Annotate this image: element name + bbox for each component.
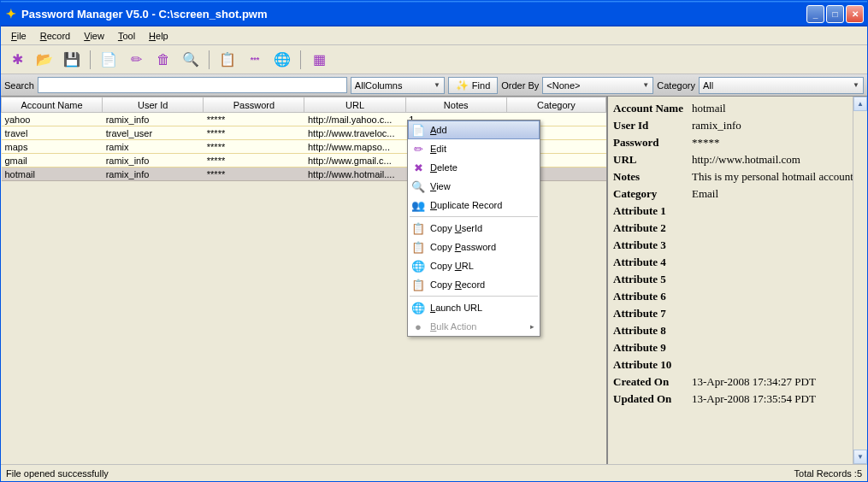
app-icon: ✦ (4, 7, 18, 21)
grid-icon[interactable]: ▦ (310, 50, 328, 69)
find-button[interactable]: ✨Find (448, 77, 498, 94)
menu-item-label: Copy Record (430, 279, 485, 290)
detail-label: Updated On (613, 392, 692, 406)
menu-help[interactable]: Help (142, 29, 175, 43)
record-count: Total Records :5 (794, 468, 862, 479)
menu-item-label: Copy URL (430, 261, 474, 271)
detail-value (692, 290, 862, 303)
menu-tool[interactable]: Tool (111, 29, 142, 43)
context-menu-copy-password[interactable]: 📋Copy Password (408, 238, 540, 256)
column-filter-combo[interactable]: AllColumns (351, 77, 445, 94)
column-header[interactable]: URL (304, 97, 405, 113)
context-menu-view[interactable]: 🔍View (408, 177, 540, 196)
detail-value (692, 256, 862, 269)
menu-item-label: Bulk Action (430, 321, 476, 332)
menu-item-label: Copy UserId (430, 223, 482, 233)
table-cell: yahoo (2, 113, 103, 126)
table-cell: ***** (204, 168, 304, 181)
detail-row: Attribute 7 (613, 305, 862, 322)
scroll-down-button[interactable]: ▼ (853, 450, 867, 464)
minimize-button[interactable]: _ (806, 5, 824, 23)
launch-url-icon: 🌐 (411, 301, 425, 314)
detail-row: Account Namehotmail (613, 100, 862, 117)
detail-row: Created On13-Apr-2008 17:34:27 PDT (613, 373, 862, 391)
detail-label: Attribute 4 (613, 256, 692, 269)
open-file-icon[interactable]: 📂 (35, 50, 54, 69)
scroll-up-button[interactable]: ▲ (853, 97, 867, 111)
context-menu-edit[interactable]: ✏Edit (408, 139, 540, 158)
new-file-icon[interactable]: ✱ (8, 50, 27, 69)
detail-label: Attribute 9 (613, 341, 692, 355)
detail-label: Created On (613, 375, 692, 389)
copy-icon[interactable]: 📋 (218, 50, 237, 69)
details-panel: Account NamehotmailUser Idramix_infoPass… (606, 97, 867, 464)
detail-row: Attribute 9 (613, 339, 862, 356)
duplicate-icon: 👥 (411, 198, 425, 212)
detail-row: Attribute 10 (613, 356, 862, 373)
detail-row: Attribute 8 (613, 322, 862, 339)
context-menu-duplicate-record[interactable]: 👥Duplicate Record (408, 196, 540, 215)
column-header[interactable]: User Id (103, 97, 204, 113)
password-icon[interactable]: *** (245, 50, 264, 69)
table-cell: ***** (204, 113, 304, 126)
table-cell: http://www.traveloc... (304, 126, 405, 140)
edit-record-icon[interactable]: ✏ (127, 50, 145, 69)
context-menu-launch-url[interactable]: 🌐Launch URL (408, 298, 540, 317)
toolbar-separator (209, 50, 210, 69)
table-cell: ***** (204, 140, 304, 154)
bulk-action-icon: ● (411, 320, 425, 333)
category-label: Category (657, 80, 695, 91)
column-header[interactable]: Category (506, 97, 605, 113)
close-button[interactable]: ✕ (846, 5, 864, 23)
column-header[interactable]: Password (204, 97, 304, 113)
detail-row: NotesThis is my personal hotmail account… (613, 168, 862, 185)
column-header[interactable]: Account Name (2, 97, 103, 113)
titlebar[interactable]: ✦ Password Manager V5.0 - C:\screen_shot… (1, 1, 867, 26)
table-cell: maps (2, 140, 103, 154)
category-combo[interactable]: All (699, 77, 864, 94)
table-cell: gmail (2, 154, 103, 168)
table-cell: ramix_info (103, 113, 204, 126)
detail-row: Attribute 6 (613, 288, 862, 305)
detail-row: Attribute 5 (613, 271, 862, 288)
detail-label: Attribute 5 (613, 273, 692, 286)
detail-value: hotmail (692, 102, 862, 115)
detail-row: Password***** (613, 134, 862, 151)
detail-row: Attribute 2 (613, 220, 862, 237)
context-menu-add[interactable]: 📄Add (408, 120, 540, 139)
search-input[interactable] (38, 77, 347, 93)
table-cell: ramix (103, 140, 204, 154)
save-file-icon[interactable]: 💾 (62, 50, 81, 69)
details-scrollbar[interactable]: ▲ ▼ (853, 97, 867, 464)
orderby-combo[interactable]: <None> (542, 77, 653, 94)
context-menu-bulk-action: ●Bulk Action▸ (408, 317, 540, 336)
search-icon[interactable]: 🔍 (181, 50, 200, 69)
detail-value: ramix_info (692, 119, 862, 132)
menu-item-label: Add (430, 125, 447, 135)
context-menu-copy-url[interactable]: 🌐Copy URL (408, 256, 540, 275)
menu-record[interactable]: Record (33, 29, 77, 43)
maximize-button[interactable]: □ (826, 5, 844, 23)
column-header[interactable]: Notes (405, 97, 506, 113)
delete-record-icon[interactable]: 🗑 (154, 50, 173, 69)
globe-icon[interactable]: 🌐 (273, 50, 292, 69)
context-menu-copy-record[interactable]: 📋Copy Record (408, 275, 540, 294)
toolbar-separator (90, 50, 91, 69)
delete-icon: ✖ (411, 161, 425, 174)
context-menu-copy-userid[interactable]: 📋Copy UserId (408, 219, 540, 238)
submenu-arrow-icon: ▸ (530, 322, 534, 331)
menu-separator (410, 296, 538, 297)
table-cell: travel_user (103, 126, 204, 140)
add-record-icon[interactable]: 📄 (99, 50, 118, 69)
detail-row: Attribute 4 (613, 254, 862, 271)
detail-value (692, 358, 862, 372)
detail-row: User Idramix_info (613, 117, 862, 134)
toolbar: ✱📂💾📄✏🗑🔍📋***🌐▦ (1, 45, 867, 74)
detail-label: Attribute 3 (613, 238, 692, 252)
menu-file[interactable]: File (4, 29, 33, 43)
context-menu-delete[interactable]: ✖Delete (408, 158, 540, 177)
detail-value: Email (692, 187, 862, 201)
detail-row: URLhttp://www.hotmail.com (613, 151, 862, 168)
menu-view[interactable]: View (77, 29, 111, 43)
detail-label: User Id (613, 119, 692, 132)
